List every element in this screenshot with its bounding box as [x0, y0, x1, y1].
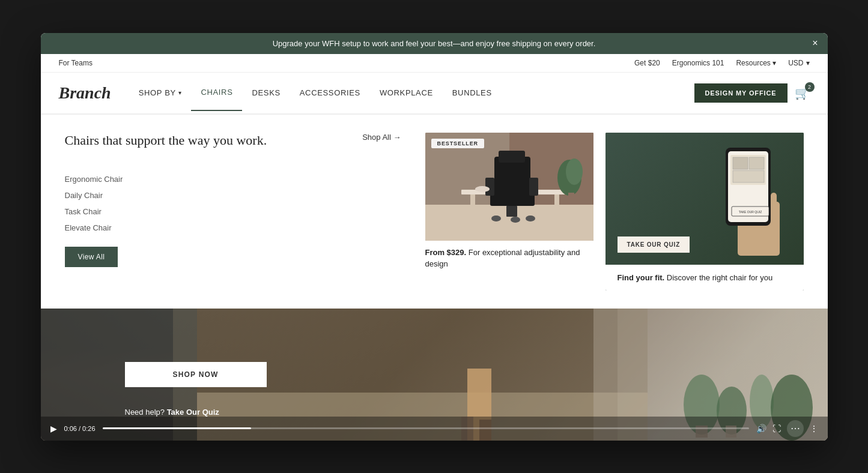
ergonomics-link[interactable]: Ergonomics 101	[672, 59, 724, 67]
dropdown-title: Chairs that support the way you work.	[65, 133, 267, 148]
svg-point-13	[511, 217, 520, 223]
for-teams-link[interactable]: For Teams	[59, 59, 93, 67]
svg-point-14	[526, 215, 535, 221]
svg-rect-15	[499, 151, 525, 163]
dropdown-link-ergonomic[interactable]: Ergonomic Chair	[65, 175, 401, 184]
chevron-down-icon: ▾	[806, 59, 810, 67]
svg-point-12	[491, 215, 501, 221]
resources-link[interactable]: Resources ▾	[736, 59, 776, 67]
dropdown-link-task[interactable]: Task Chair	[65, 207, 401, 216]
chevron-down-icon: ▾	[178, 89, 182, 96]
quiz-promo-image: TAKE OUR QUIZ TAKE OUR QUIZ	[605, 133, 804, 265]
take-quiz-button[interactable]: TAKE OUR QUIZ	[618, 237, 690, 253]
cart-icon[interactable]: 🛒 2	[795, 86, 810, 100]
svg-rect-11	[506, 206, 517, 217]
product-image: BESTSELLER	[425, 133, 593, 241]
play-button[interactable]: ▶	[50, 424, 57, 433]
cart-badge: 2	[805, 82, 815, 92]
view-all-button[interactable]: View All	[65, 247, 118, 267]
nav-accessories[interactable]: ACCESSORIES	[290, 75, 370, 110]
fullscreen-icon[interactable]: ⛶	[772, 424, 781, 433]
video-controls: ▶ 0:06 / 0:26 🔊 ⛶ ⋯ ⋮	[41, 417, 828, 441]
svg-point-19	[475, 186, 490, 192]
nav-bundles[interactable]: BUNDLES	[443, 75, 502, 110]
svg-rect-10	[529, 178, 538, 196]
main-nav-links: SHOP BY ▾ CHAIRS DESKS ACCESSORIES WORKP…	[129, 74, 502, 111]
hero-cta: SHOP NOW	[125, 362, 267, 387]
svg-rect-9	[485, 178, 494, 196]
nav-chairs[interactable]: CHAIRS	[191, 74, 242, 111]
quiz-footer: Find your fit. Discover the right chair …	[605, 265, 804, 291]
video-progress-fill	[103, 427, 251, 429]
hero-video-section: SHOP NOW Need help? Take Our Quiz ▶ 0:06…	[41, 309, 828, 441]
product-price: From $329. For exceptional adjustability…	[425, 247, 593, 270]
video-time: 0:06 / 0:26	[64, 425, 96, 432]
more-options-button[interactable]: ⋯	[787, 420, 804, 437]
svg-point-17	[566, 158, 583, 185]
dropdown-links: Ergonomic Chair Daily Chair Task Chair E…	[65, 175, 401, 232]
video-progress-bar[interactable]	[103, 427, 749, 429]
product-card: BESTSELLER From $329. For exceptional ad…	[425, 133, 593, 291]
announcement-text: Upgrade your WFH setup to work and feel …	[273, 39, 596, 48]
brand-logo[interactable]: Branch	[59, 73, 111, 113]
dropdown-left: Chairs that support the way you work. Sh…	[65, 133, 425, 291]
utility-bar: For Teams Get $20 Ergonomics 101 Resourc…	[41, 54, 828, 73]
design-office-button[interactable]: DESIGN MY OFFICE	[694, 83, 788, 103]
svg-rect-24	[771, 193, 777, 220]
chairs-dropdown: Chairs that support the way you work. Sh…	[41, 114, 828, 309]
shop-all-link[interactable]: Shop All →	[362, 133, 401, 142]
nav-desks[interactable]: DESKS	[242, 75, 290, 110]
svg-text:TAKE OUR QUIZ: TAKE OUR QUIZ	[738, 210, 762, 214]
close-announcement-button[interactable]: ×	[812, 38, 818, 49]
overflow-icon[interactable]: ⋮	[810, 424, 818, 433]
quiz-footer-text: Find your fit. Discover the right chair …	[618, 273, 792, 282]
quiz-promo: TAKE OUR QUIZ TAKE OUR QUIZ Find your fi…	[605, 133, 804, 291]
svg-rect-6	[554, 194, 559, 212]
svg-rect-18	[568, 193, 574, 205]
nav-workplace[interactable]: WORKPLACE	[370, 75, 443, 110]
announcement-bar: Upgrade your WFH setup to work and feel …	[41, 33, 828, 54]
main-nav: Branch SHOP BY ▾ CHAIRS DESKS ACCESSORIE…	[41, 73, 828, 114]
need-help-text: Need help? Take Our Quiz	[125, 408, 219, 417]
take-quiz-link[interactable]: Take Our Quiz	[167, 408, 219, 417]
svg-rect-5	[470, 194, 475, 212]
nav-shop-by[interactable]: SHOP BY ▾	[129, 75, 192, 110]
dropdown-link-elevate[interactable]: Elevate Chair	[65, 223, 401, 232]
shop-now-button[interactable]: SHOP NOW	[125, 362, 267, 387]
volume-icon[interactable]: 🔊	[756, 424, 766, 433]
svg-rect-29	[749, 157, 764, 169]
chevron-down-icon: ▾	[772, 59, 776, 67]
bestseller-badge: BESTSELLER	[431, 139, 485, 148]
svg-rect-30	[733, 170, 764, 182]
currency-selector[interactable]: USD ▾	[788, 59, 809, 67]
video-right-controls: 🔊 ⛶ ⋯ ⋮	[756, 420, 818, 437]
dropdown-link-daily[interactable]: Daily Chair	[65, 191, 401, 200]
svg-rect-28	[733, 157, 748, 169]
svg-rect-8	[490, 193, 535, 206]
get-20-link[interactable]: Get $20	[634, 59, 660, 67]
